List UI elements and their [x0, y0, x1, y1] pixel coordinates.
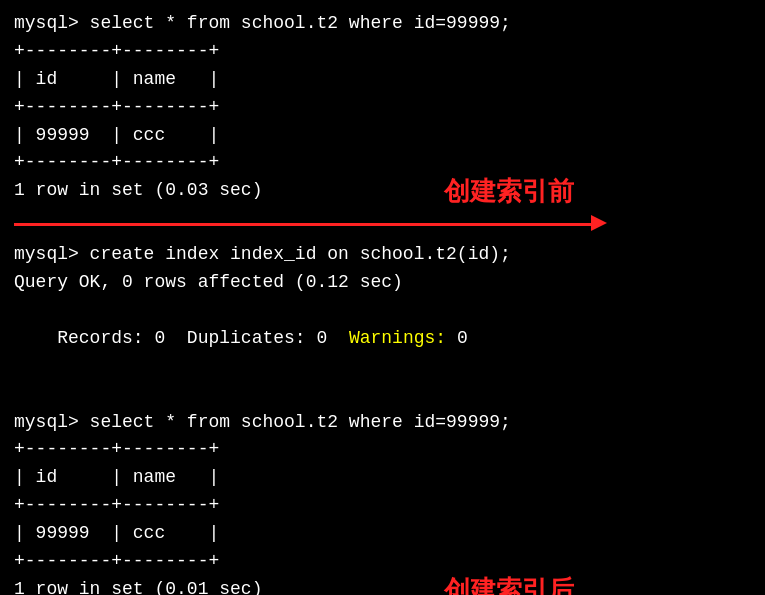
arrow-divider: [14, 209, 751, 237]
warnings-value: 0: [446, 328, 468, 348]
records-line: Records: 0 Duplicates: 0 Warnings: 0: [14, 297, 751, 381]
table-header-1: | id | name |: [14, 66, 751, 94]
arrow-line: [14, 223, 594, 226]
table-row-2: | 99999 | ccc |: [14, 520, 751, 548]
arrow-head: [591, 215, 607, 231]
result-row-after: 1 row in set (0.01 sec) 创建索引后: [14, 576, 751, 595]
table-border-2a: +--------+--------+: [14, 436, 751, 464]
query-line-2: mysql> select * from school.t2 where id=…: [14, 409, 751, 437]
terminal-window: mysql> select * from school.t2 where id=…: [0, 0, 765, 595]
table-border-1a: +--------+--------+: [14, 38, 751, 66]
result-row-before: 1 row in set (0.03 sec) 创建索引前: [14, 177, 751, 205]
label-before-index: 创建索引前: [444, 174, 574, 209]
create-index-prompt: mysql> create index index_id on school.t…: [14, 241, 751, 269]
records-text: Records: 0 Duplicates: 0: [57, 328, 349, 348]
table-row-1: | 99999 | ccc |: [14, 122, 751, 150]
result-text-2: 1 row in set (0.01 sec): [14, 576, 262, 595]
blank-line: [14, 381, 751, 409]
query-line-1: mysql> select * from school.t2 where id=…: [14, 10, 751, 38]
warnings-label: Warnings:: [349, 328, 446, 348]
table-border-1c: +--------+--------+: [14, 149, 751, 177]
result-text-1: 1 row in set (0.03 sec): [14, 177, 262, 205]
table-border-2b: +--------+--------+: [14, 492, 751, 520]
table-border-1b: +--------+--------+: [14, 94, 751, 122]
query-ok-line: Query OK, 0 rows affected (0.12 sec): [14, 269, 751, 297]
label-after-index: 创建索引后: [444, 572, 574, 595]
table-border-2c: +--------+--------+: [14, 548, 751, 576]
table-header-2: | id | name |: [14, 464, 751, 492]
